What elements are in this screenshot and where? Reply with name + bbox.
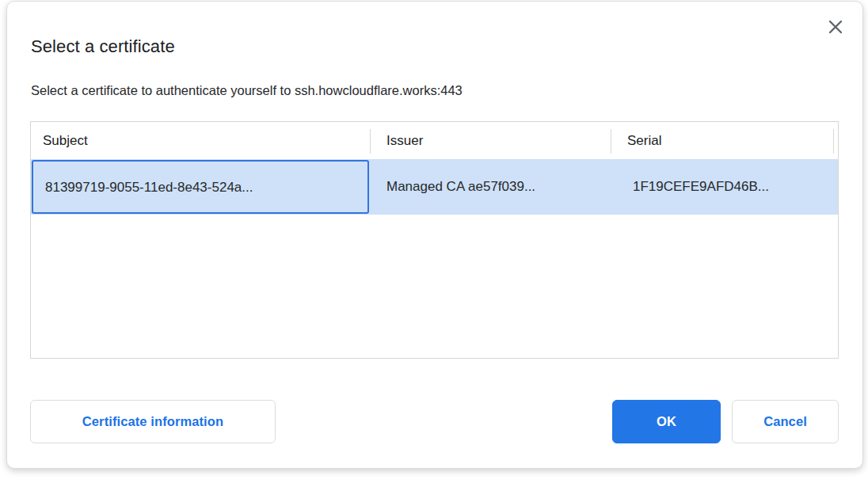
column-divider <box>611 129 611 154</box>
column-header-subject: Subject <box>43 122 88 159</box>
close-icon[interactable] <box>823 14 848 40</box>
certificate-table: Subject Issuer Serial 81399719-9055-11ed… <box>30 121 839 359</box>
column-divider <box>370 129 371 154</box>
ok-button[interactable]: OK <box>612 400 721 443</box>
certificate-row-selected[interactable]: 81399719-9055-11ed-8e43-524a... Managed … <box>31 159 838 215</box>
column-header-serial: Serial <box>627 122 661 159</box>
cell-subject[interactable]: 81399719-9055-11ed-8e43-524a... <box>32 160 369 214</box>
cancel-button[interactable]: Cancel <box>732 400 839 443</box>
cell-serial: 1F19CEFE9AFD46B... <box>633 159 769 215</box>
certificate-information-button[interactable]: Certificate information <box>30 400 276 443</box>
table-header: Subject Issuer Serial <box>31 122 838 159</box>
cell-issuer: Managed CA ae57f039... <box>386 159 535 215</box>
column-header-issuer: Issuer <box>386 122 423 159</box>
select-certificate-dialog: Select a certificate Select a certificat… <box>6 1 863 469</box>
dialog-subtitle: Select a certificate to authenticate you… <box>31 83 463 98</box>
dialog-title: Select a certificate <box>31 36 175 57</box>
column-divider <box>833 129 834 154</box>
